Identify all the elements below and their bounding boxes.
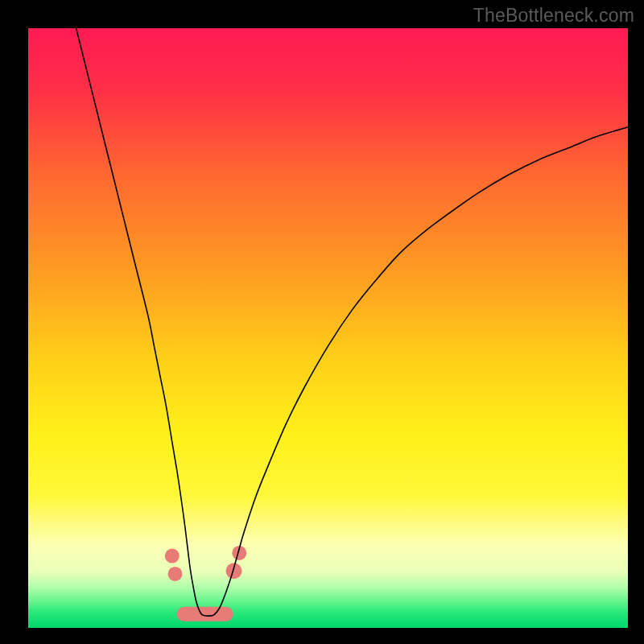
watermark-text: TheBottleneck.com	[473, 5, 634, 27]
markers-group	[165, 546, 246, 621]
chart-root: TheBottleneck.com	[0, 0, 644, 644]
bottleneck-curve	[76, 28, 628, 616]
curve-layer	[28, 28, 628, 628]
marker-stadium	[177, 607, 233, 621]
plot-area	[28, 28, 628, 628]
marker-dot	[168, 567, 183, 581]
marker-dot	[165, 549, 180, 564]
marker-dot	[226, 563, 242, 579]
